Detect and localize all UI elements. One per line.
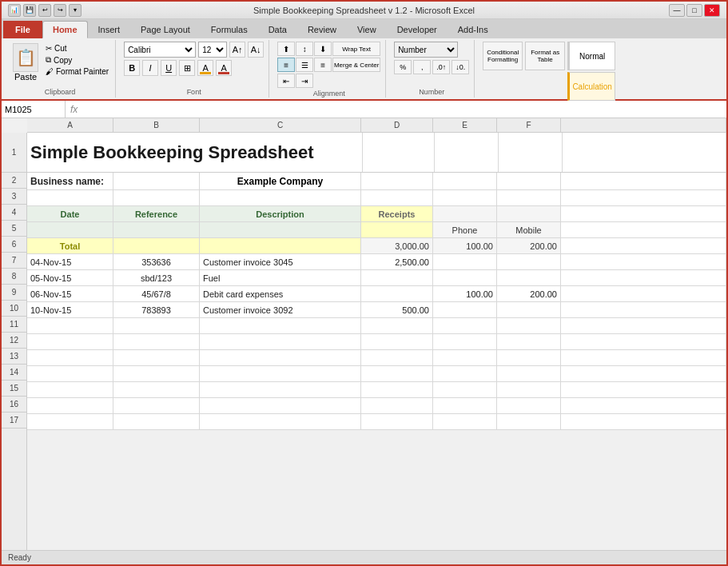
style-calc-button[interactable]: Calculation	[567, 72, 615, 101]
col-header-e[interactable]: E	[433, 118, 497, 132]
align-center-button[interactable]: ☰	[296, 58, 313, 72]
cell-c8[interactable]: Fuel	[200, 270, 361, 285]
tab-insert[interactable]: Insert	[88, 21, 131, 38]
align-left-button[interactable]: ≡	[277, 58, 295, 72]
cell-a17[interactable]	[27, 414, 113, 429]
cell-c6[interactable]	[200, 238, 361, 253]
cell-c4-description[interactable]: Description	[200, 206, 361, 221]
cell-b2[interactable]	[113, 173, 200, 189]
cell-c15[interactable]	[200, 382, 361, 397]
cell-a4-date[interactable]: Date	[27, 206, 113, 221]
cell-d14[interactable]	[361, 366, 433, 381]
cell-c17[interactable]	[200, 414, 361, 429]
cell-d16[interactable]	[361, 398, 433, 413]
cell-rest-13[interactable]	[561, 350, 726, 365]
cell-f10[interactable]	[497, 302, 561, 317]
cell-rest-2[interactable]	[561, 173, 726, 189]
cell-d12[interactable]	[361, 334, 433, 349]
cell-rest-17[interactable]	[561, 414, 726, 429]
cell-e6-phone-total[interactable]: 100.00	[433, 238, 497, 253]
cell-d9[interactable]	[361, 286, 433, 301]
row-header-16[interactable]: 16	[2, 397, 26, 413]
row-header-2[interactable]: 2	[2, 173, 26, 189]
cell-rest-4[interactable]	[561, 206, 726, 221]
row-header-7[interactable]: 7	[2, 253, 26, 269]
cell-f3[interactable]	[497, 190, 561, 205]
row-header-12[interactable]: 12	[2, 333, 26, 349]
cell-e7[interactable]	[433, 254, 497, 269]
cell-d17[interactable]	[361, 414, 433, 429]
cell-b14[interactable]	[113, 366, 200, 381]
cell-a13[interactable]	[27, 350, 113, 365]
tab-view[interactable]: View	[347, 21, 387, 38]
cell-rest-10[interactable]	[561, 302, 726, 317]
cell-a1-title[interactable]: Simple Bookkeeping Spreadsheet	[27, 133, 363, 172]
tab-developer[interactable]: Developer	[387, 21, 448, 38]
cell-b7[interactable]: 353636	[113, 254, 200, 269]
cell-a15[interactable]	[27, 382, 113, 397]
cell-d1[interactable]	[363, 133, 435, 172]
row-header-3[interactable]: 3	[2, 189, 26, 205]
cell-a8[interactable]: 05-Nov-15	[27, 270, 113, 285]
tab-home[interactable]: Home	[42, 21, 88, 38]
cell-a9[interactable]: 06-Nov-15	[27, 286, 113, 301]
cell-e5-phone[interactable]: Phone	[433, 222, 497, 237]
decrease-font-button[interactable]: A↓	[248, 42, 264, 58]
copy-button[interactable]: ⧉ Copy	[44, 54, 110, 66]
tab-file[interactable]: File	[3, 21, 42, 38]
save-icon[interactable]: 💾	[23, 4, 36, 17]
increase-decimal-button[interactable]: .0↑	[432, 60, 450, 74]
name-box[interactable]: M1025	[2, 101, 66, 118]
row-header-1[interactable]: 1	[2, 133, 26, 173]
tab-review[interactable]: Review	[297, 21, 347, 38]
cell-b10[interactable]: 783893	[113, 302, 200, 317]
cell-c13[interactable]	[200, 350, 361, 365]
cell-d15[interactable]	[361, 382, 433, 397]
cell-rest-1[interactable]	[563, 133, 726, 172]
row-header-4[interactable]: 4	[2, 205, 26, 221]
cell-d13[interactable]	[361, 350, 433, 365]
cell-d5[interactable]	[361, 222, 433, 237]
cell-rest-14[interactable]	[561, 366, 726, 381]
cell-e8[interactable]	[433, 270, 497, 285]
font-color-button[interactable]: A	[216, 60, 232, 76]
tab-data[interactable]: Data	[258, 21, 297, 38]
cell-e15[interactable]	[433, 382, 497, 397]
cell-rest-5[interactable]	[561, 222, 726, 237]
cell-f2[interactable]	[497, 173, 561, 189]
merge-center-button[interactable]: Merge & Center	[332, 58, 380, 72]
cell-d10[interactable]: 500.00	[361, 302, 433, 317]
cell-d3[interactable]	[361, 190, 433, 205]
paste-button[interactable]: 📋 Paste	[10, 42, 42, 83]
maximize-button[interactable]: □	[686, 4, 702, 17]
cell-rest-3[interactable]	[561, 190, 726, 205]
cell-b5[interactable]	[113, 222, 200, 237]
cell-e1[interactable]	[435, 133, 499, 172]
cell-rest-11[interactable]	[561, 318, 726, 333]
conditional-formatting-button[interactable]: Conditional Formatting	[483, 42, 523, 70]
cell-c10[interactable]: Customer invoice 3092	[200, 302, 361, 317]
cell-e14[interactable]	[433, 366, 497, 381]
cell-a12[interactable]	[27, 334, 113, 349]
cell-c3[interactable]	[200, 190, 361, 205]
cell-e17[interactable]	[433, 414, 497, 429]
cut-button[interactable]: ✂ Cut	[44, 43, 110, 54]
formula-input[interactable]	[82, 105, 726, 114]
tab-formulas[interactable]: Formulas	[201, 21, 258, 38]
cell-e12[interactable]	[433, 334, 497, 349]
cell-f15[interactable]	[497, 382, 561, 397]
cell-rest-8[interactable]	[561, 270, 726, 285]
close-button[interactable]: ✕	[704, 4, 720, 17]
cell-c5[interactable]	[200, 222, 361, 237]
cell-e10[interactable]	[433, 302, 497, 317]
cell-f7[interactable]	[497, 254, 561, 269]
cell-b16[interactable]	[113, 398, 200, 413]
row-header-14[interactable]: 14	[2, 365, 26, 381]
cell-d11[interactable]	[361, 318, 433, 333]
cell-b6[interactable]	[113, 238, 200, 253]
cell-a6-total[interactable]: Total	[27, 238, 113, 253]
cell-f8[interactable]	[497, 270, 561, 285]
align-middle-button[interactable]: ↕	[296, 42, 313, 56]
cell-a3[interactable]	[27, 190, 113, 205]
cell-a10[interactable]: 10-Nov-15	[27, 302, 113, 317]
